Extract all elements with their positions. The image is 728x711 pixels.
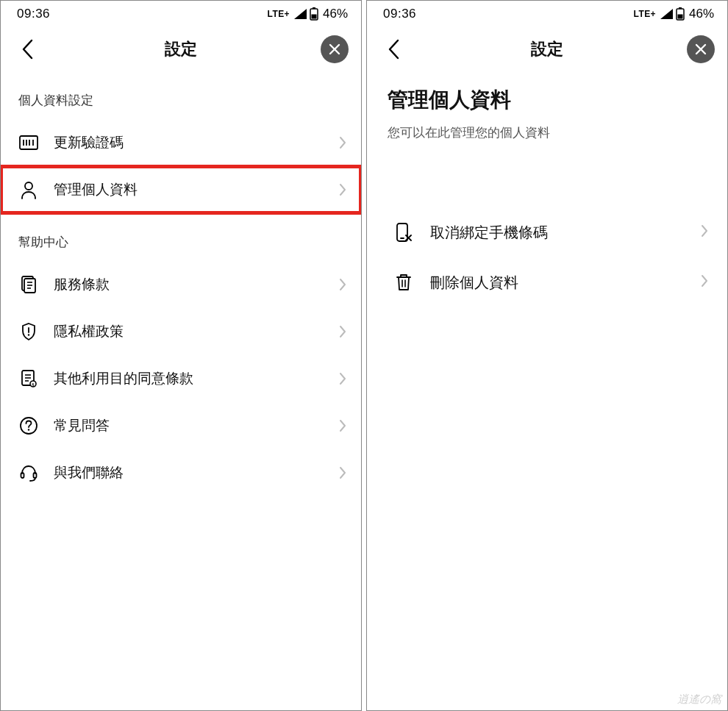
row-label: 與我們聯絡	[54, 463, 324, 482]
chevron-right-icon	[339, 136, 346, 149]
status-indicators: LTE+ 46%	[268, 7, 348, 21]
row-consent[interactable]: § 其他利用目的同意條款	[1, 355, 361, 402]
status-bar: 09:36 LTE+ 46%	[1, 1, 361, 27]
row-label: 服務條款	[54, 275, 324, 294]
chevron-right-icon	[701, 224, 708, 240]
battery-percent: 46%	[689, 7, 714, 21]
watermark-text: 逍遙の窩	[677, 693, 721, 706]
row-manage-personal[interactable]: 管理個人資料	[1, 166, 361, 213]
shield-icon	[18, 321, 39, 342]
consent-icon: §	[18, 368, 39, 389]
app-bar: 設定	[1, 27, 361, 71]
watermark: 逍遙の窩	[677, 693, 721, 706]
row-contact[interactable]: 與我們聯絡	[1, 449, 361, 496]
chevron-left-icon	[21, 39, 33, 60]
phone-x-icon	[393, 222, 414, 243]
chevron-right-icon	[339, 419, 346, 432]
network-lte: LTE+	[634, 9, 656, 19]
page-subtitle: 您可以在此管理您的個人資料	[367, 120, 727, 149]
row-delete-data[interactable]: 刪除個人資料	[367, 257, 727, 307]
chevron-right-icon	[339, 183, 346, 196]
app-bar: 設定	[367, 27, 727, 71]
phone-right: 09:36 LTE+ 46% 設定 管理個人資料 您可以在此管理您的個人資料 取…	[366, 0, 728, 711]
row-label: 其他利用目的同意條款	[54, 369, 324, 388]
row-faq[interactable]: 常見問答	[1, 402, 361, 449]
back-button[interactable]	[13, 35, 42, 64]
chevron-right-icon	[339, 325, 346, 338]
close-icon	[328, 43, 341, 56]
document-icon	[18, 274, 39, 295]
row-privacy[interactable]: 隱私權政策	[1, 308, 361, 355]
svg-point-10	[25, 182, 32, 190]
row-label: 更新驗證碼	[54, 133, 324, 152]
svg-rect-2	[311, 15, 316, 19]
svg-rect-29	[679, 7, 682, 9]
close-button[interactable]	[686, 35, 715, 64]
close-button[interactable]	[320, 35, 349, 64]
chevron-right-icon	[339, 278, 346, 291]
row-label: 常見問答	[54, 416, 324, 435]
row-unbind-phone[interactable]: 取消綁定手機條碼	[367, 207, 727, 257]
trash-icon	[393, 272, 414, 293]
battery-percent: 46%	[323, 7, 348, 21]
section-header-help: 幫助中心	[1, 213, 361, 261]
row-terms[interactable]: 服務條款	[1, 261, 361, 308]
row-update-code[interactable]: 更新驗證碼	[1, 119, 361, 166]
section-header-personal: 個人資料設定	[1, 71, 361, 119]
svg-point-25	[28, 429, 29, 430]
headset-icon	[18, 462, 39, 483]
battery-icon	[310, 7, 318, 21]
back-button[interactable]	[379, 35, 408, 64]
svg-rect-1	[313, 7, 315, 9]
person-icon	[18, 179, 39, 200]
close-icon	[694, 43, 707, 56]
battery-icon	[676, 7, 685, 21]
svg-point-17	[28, 334, 29, 335]
chevron-right-icon	[339, 372, 346, 385]
page-title: 設定	[42, 38, 320, 60]
svg-rect-30	[677, 15, 682, 19]
code-icon	[18, 132, 39, 153]
page-title: 設定	[408, 38, 686, 60]
clock: 09:36	[383, 7, 416, 21]
help-icon	[18, 415, 39, 436]
clock: 09:36	[17, 7, 50, 21]
chevron-right-icon	[339, 466, 346, 479]
chevron-left-icon	[388, 39, 399, 60]
status-indicators: LTE+ 46%	[634, 7, 714, 21]
page-heading: 管理個人資料	[367, 71, 727, 120]
row-label: 管理個人資料	[54, 180, 324, 199]
signal-icon	[660, 9, 673, 19]
row-label: 取消綁定手機條碼	[430, 223, 685, 243]
network-lte: LTE+	[268, 9, 290, 19]
chevron-right-icon	[701, 274, 708, 290]
svg-rect-5	[20, 136, 38, 149]
phone-left: 09:36 LTE+ 46% 設定 個人資料設定 更新驗證碼	[0, 0, 362, 711]
row-label: 隱私權政策	[54, 322, 324, 341]
signal-icon	[294, 9, 307, 19]
row-label: 刪除個人資料	[430, 273, 685, 293]
status-bar: 09:36 LTE+ 46%	[367, 1, 727, 27]
